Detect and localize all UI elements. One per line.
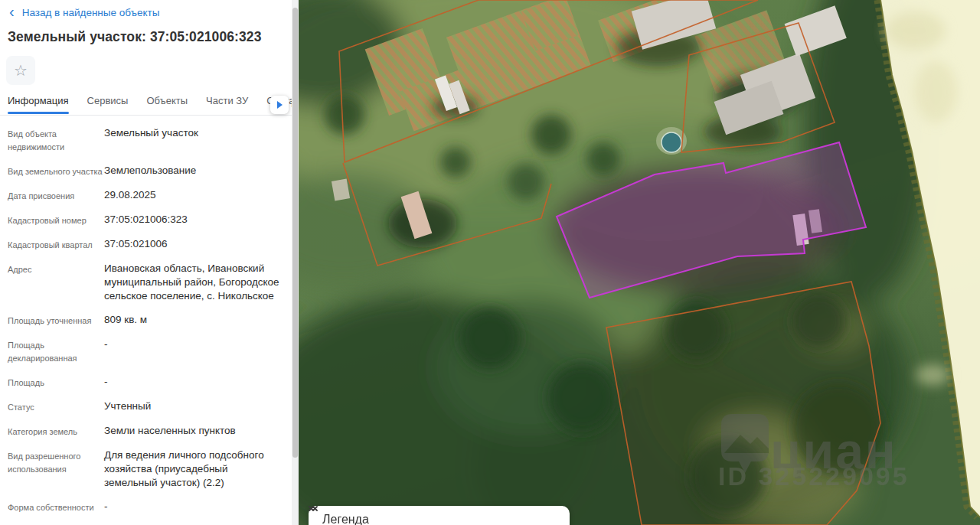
attr-value: Земельный участок [104,126,282,154]
parcel-attributes: Вид объекта недвижимости Земельный участ… [0,116,299,514]
satellite-map-svg: циан ID 325229095 [299,0,980,525]
triangle-right-icon [277,101,283,109]
attr-value: Для ведения личного подсобного хозяйства… [104,448,282,490]
parcel-info-sidebar: ‹ Назад в найденные объекты Земельный уч… [0,0,299,525]
attr-value: Ивановская область, Ивановский муниципал… [104,262,282,303]
info-row: Кадастровый номер 37:05:021006:323 [8,213,282,227]
info-row: Вид земельного участка Землепользование [8,164,282,178]
attr-value: Учтенный [104,399,282,414]
attr-value: Земли населенных пунктов [104,424,282,439]
tab-objects[interactable]: Объекты [146,95,188,113]
tabs-scroll-right-button[interactable] [270,96,289,114]
attr-value: 37:05:021006:323 [104,213,282,227]
attr-label: Форма собственности [8,500,103,514]
watermark: циан ID 325229095 [718,414,910,491]
attr-label: Дата присвоения [8,188,103,203]
attr-value: - [104,500,282,514]
info-row: Площадь уточненная 809 кв. м [8,313,282,328]
tab-parcel-parts[interactable]: Части ЗУ [206,95,248,113]
attr-label: Площадь [8,375,103,390]
attr-value: 37:05:021006 [104,237,282,252]
attr-value: Землепользование [104,164,282,178]
back-link-label: Назад в найденные объекты [22,7,160,18]
chevron-left-icon: ‹ [9,5,15,18]
favorite-button[interactable]: ☆ [6,56,35,85]
tab-services[interactable]: Сервисы [87,95,129,113]
attr-value: - [104,375,282,390]
star-icon: ☆ [14,63,28,78]
tab-bar: Информация Сервисы Объекты Части ЗУ Сост… [0,95,299,116]
attr-label: Площадь декларированная [8,338,103,365]
info-row: Площадь декларированная - [8,338,282,365]
attr-label: Статус [8,399,103,414]
attr-value: 29.08.2025 [104,188,282,203]
info-row: Адрес Ивановская область, Ивановский мун… [8,262,282,303]
satellite-imagery: циан ID 325229095 [299,0,980,525]
info-row: Вид разрешенного использования Для веден… [8,448,282,490]
info-row: Дата присвоения 29.08.2025 [8,188,282,203]
attr-value: - [104,338,282,365]
attr-value: 809 кв. м [104,313,282,328]
chevron-down-icon [309,506,318,511]
attr-label: Вид объекта недвижимости [8,126,103,154]
legend-label: Легенда [322,507,369,525]
sidebar-scrollbar-thumb[interactable] [292,8,298,458]
info-row: Площадь - [8,375,282,390]
page-title: Земельный участок: 37:05:021006:323 [8,29,291,45]
legend-panel: Легенда [309,506,570,525]
cadastral-map-app: ‹ Назад в найденные объекты Земельный уч… [0,0,980,525]
attr-label: Категория земель [8,424,103,439]
map-canvas[interactable]: циан ID 325229095 Легенда [299,0,980,525]
attr-label: Кадастровый номер [8,213,103,227]
info-row: Вид объекта недвижимости Земельный участ… [8,126,282,154]
watermark-id: ID 325229095 [718,461,910,491]
info-row: Статус Учтенный [8,399,282,414]
attr-label: Вид разрешенного использования [8,448,103,490]
info-row: Форма собственности - [8,500,282,514]
attr-label: Площадь уточненная [8,313,103,328]
info-row: Категория земель Земли населенных пункто… [8,424,282,439]
sidebar-scrollbar-track [292,0,299,525]
attr-label: Адрес [8,262,103,303]
attr-label: Вид земельного участка [8,164,103,178]
info-row: Кадастровый квартал 37:05:021006 [8,237,282,252]
back-link[interactable]: ‹ Назад в найденные объекты [0,0,299,18]
attr-label: Кадастровый квартал [8,237,103,252]
tab-information[interactable]: Информация [8,95,69,113]
